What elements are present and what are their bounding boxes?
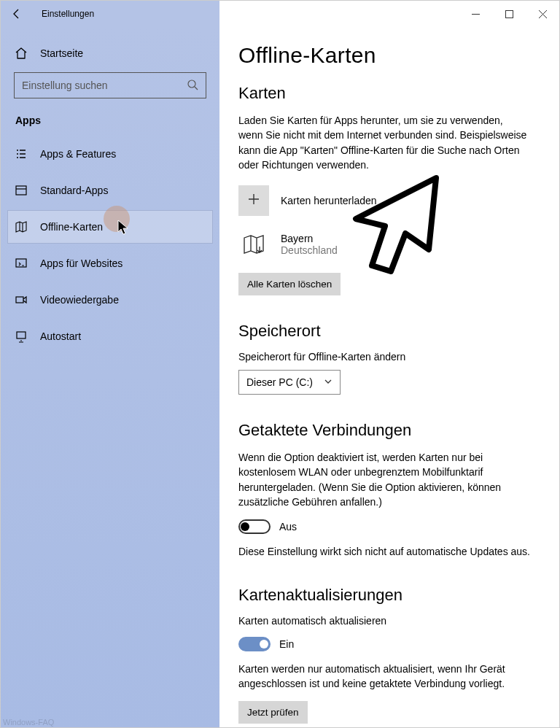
minimize-button[interactable] — [459, 1, 492, 27]
sidebar-home-label: Startseite — [40, 47, 83, 59]
maximize-button[interactable] — [492, 1, 526, 27]
metered-description: Wenn die Option deaktiviert ist, werden … — [238, 450, 530, 509]
search-placeholder: Einstellung suchen — [22, 80, 108, 91]
auto-update-state: Ein — [279, 638, 294, 650]
plus-icon — [247, 191, 260, 210]
maps-description: Laden Sie Karten für Apps herunter, um s… — [238, 113, 530, 172]
svg-rect-7 — [17, 332, 26, 338]
sidebar-item-startup[interactable]: Autostart — [8, 320, 212, 352]
svg-rect-4 — [16, 186, 26, 195]
defaults-icon — [14, 184, 28, 197]
auto-update-toggle[interactable] — [238, 637, 271, 651]
sidebar-item-apps-websites[interactable]: Apps für Websites — [8, 247, 212, 279]
metered-toggle[interactable] — [238, 519, 271, 534]
sidebar-home[interactable]: Startseite — [8, 37, 212, 69]
sidebar-item-default-apps[interactable]: Standard-Apps — [8, 174, 212, 206]
check-now-button[interactable]: Jetzt prüfen — [238, 701, 308, 724]
section-maps-heading: Karten — [238, 84, 540, 103]
delete-all-maps-button[interactable]: Alle Karten löschen — [238, 273, 341, 295]
sidebar-item-label: Apps für Websites — [40, 257, 122, 269]
sidebar-item-label: Autostart — [40, 330, 81, 342]
updates-label: Karten automatisch aktualisieren — [238, 615, 540, 627]
svg-rect-5 — [16, 259, 26, 267]
svg-rect-1 — [505, 10, 513, 18]
window-title: Einstellungen — [42, 9, 94, 19]
storage-value: Dieser PC (C:) — [246, 376, 313, 388]
content-pane: Offline-Karten Karten Laden Sie Karten f… — [219, 27, 559, 727]
svg-rect-6 — [16, 297, 23, 303]
sidebar-item-label: Videowiedergabe — [40, 294, 119, 306]
sidebar-item-apps-features[interactable]: Apps & Features — [8, 138, 212, 170]
sidebar-item-label: Standard-Apps — [40, 185, 108, 196]
titlebar: Einstellungen — [1, 1, 559, 27]
close-button[interactable] — [526, 1, 559, 27]
metered-toggle-state: Aus — [279, 521, 297, 533]
sidebar-group-label: Apps — [8, 109, 212, 135]
home-icon — [14, 47, 28, 60]
map-region-name: Bayern — [281, 233, 338, 244]
download-maps-button[interactable] — [238, 185, 269, 216]
svg-line-3 — [195, 87, 198, 90]
map-region-country: Deutschland — [281, 244, 338, 256]
watermark: Windows-FAQ — [3, 718, 54, 727]
updates-note: Karten werden nur automatisch aktualisie… — [238, 662, 530, 692]
list-icon — [14, 147, 28, 160]
sidebar-item-offline-maps[interactable]: Offline-Karten — [8, 211, 212, 243]
section-metered-heading: Getaktete Verbindungen — [238, 421, 540, 440]
back-button[interactable] — [1, 1, 33, 27]
section-storage-heading: Speicherort — [238, 322, 540, 341]
chevron-down-icon — [324, 376, 332, 388]
storage-label: Speicherort für Offline-Karten ändern — [238, 351, 540, 363]
download-maps-label: Karten herunterladen — [281, 195, 377, 206]
metered-note: Diese Einstellung wirkt sich nicht auf a… — [238, 544, 530, 559]
video-icon — [14, 293, 28, 306]
map-download-icon — [238, 229, 269, 260]
page-title: Offline-Karten — [238, 43, 540, 68]
startup-icon — [14, 330, 28, 343]
sidebar-item-video-playback[interactable]: Videowiedergabe — [8, 284, 212, 316]
storage-select[interactable]: Dieser PC (C:) — [238, 370, 341, 395]
section-updates-heading: Kartenaktualisierungen — [238, 586, 540, 605]
website-icon — [14, 257, 28, 270]
svg-point-2 — [188, 80, 195, 88]
search-input[interactable]: Einstellung suchen — [14, 72, 206, 98]
sidebar: Startseite Einstellung suchen Apps Apps … — [1, 27, 219, 727]
sidebar-item-label: Apps & Features — [40, 148, 116, 160]
map-entry-bayern[interactable]: Bayern Deutschland — [238, 229, 540, 260]
sidebar-item-label: Offline-Karten — [40, 221, 103, 233]
map-icon — [14, 220, 28, 233]
search-icon — [187, 79, 198, 93]
